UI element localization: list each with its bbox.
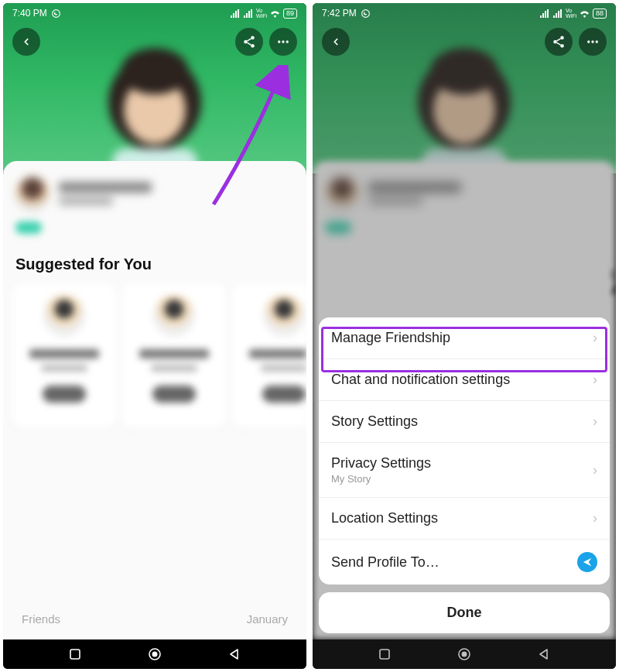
menu-item-label: Privacy Settings bbox=[331, 455, 431, 471]
menu-location-settings[interactable]: Location Settings › bbox=[319, 497, 610, 539]
svg-rect-11 bbox=[70, 650, 80, 659]
menu-item-label: Story Settings bbox=[331, 413, 418, 430]
more-icon bbox=[276, 35, 290, 49]
wifi-icon bbox=[269, 9, 281, 18]
signal-icon-1 bbox=[539, 9, 550, 18]
chevron-right-icon: › bbox=[593, 510, 597, 526]
whatsapp-icon bbox=[51, 9, 61, 19]
status-bar: 7:40 PM VoWiFi 89 bbox=[3, 3, 306, 23]
avatar bbox=[15, 177, 50, 211]
back-button[interactable] bbox=[322, 28, 350, 56]
chevron-right-icon: › bbox=[593, 372, 597, 388]
status-time: 7:42 PM bbox=[322, 8, 357, 19]
svg-point-7 bbox=[251, 44, 255, 48]
footer-left: Friends bbox=[22, 612, 60, 626]
profile-name-block bbox=[59, 182, 152, 205]
svg-point-24 bbox=[596, 40, 598, 43]
more-button[interactable] bbox=[579, 28, 607, 56]
android-nav-bar bbox=[3, 639, 306, 669]
menu-item-label: Chat and notification settings bbox=[331, 372, 510, 388]
svg-point-10 bbox=[286, 40, 289, 43]
nav-recent-icon[interactable] bbox=[69, 648, 81, 660]
svg-point-5 bbox=[251, 36, 255, 40]
menu-story-settings[interactable]: Story Settings › bbox=[319, 400, 610, 442]
menu-item-sublabel: My Story bbox=[331, 473, 431, 485]
nav-home-icon[interactable] bbox=[147, 646, 162, 662]
done-label: Done bbox=[447, 605, 482, 620]
action-sheet: Manage Friendship › Chat and notificatio… bbox=[319, 317, 610, 633]
menu-privacy-settings[interactable]: Privacy Settings My Story › bbox=[319, 442, 610, 497]
suggested-card[interactable] bbox=[122, 284, 226, 428]
svg-point-20 bbox=[553, 40, 557, 44]
suggested-list[interactable] bbox=[3, 279, 306, 439]
status-bar: 7:42 PM VoWiFi 88 bbox=[313, 3, 616, 23]
suggested-card[interactable] bbox=[232, 284, 306, 428]
share-icon bbox=[552, 35, 566, 49]
suggested-title: Suggested for You bbox=[3, 248, 306, 279]
nav-back-icon[interactable] bbox=[228, 648, 241, 660]
menu-send-profile-to[interactable]: Send Profile To… bbox=[319, 539, 610, 585]
top-bar bbox=[313, 26, 616, 57]
wifi-icon bbox=[579, 9, 590, 18]
menu-item-label: Manage Friendship bbox=[331, 330, 450, 346]
action-list: Manage Friendship › Chat and notificatio… bbox=[319, 317, 610, 585]
profile-info-row[interactable] bbox=[3, 170, 306, 217]
svg-point-22 bbox=[587, 40, 590, 43]
menu-chat-notification-settings[interactable]: Chat and notification settings › bbox=[319, 358, 610, 400]
signal-icon-1 bbox=[230, 9, 241, 18]
chevron-right-icon: › bbox=[593, 462, 597, 478]
menu-item-label: Send Profile To… bbox=[331, 554, 439, 571]
svg-point-21 bbox=[560, 44, 564, 48]
more-icon bbox=[586, 35, 600, 49]
footer-right: January bbox=[247, 612, 288, 626]
menu-item-label: Location Settings bbox=[331, 510, 438, 526]
share-button[interactable] bbox=[235, 28, 263, 56]
signal-icon-2 bbox=[243, 9, 254, 18]
signal-icon-2 bbox=[552, 9, 563, 18]
share-icon bbox=[242, 35, 256, 49]
menu-manage-friendship[interactable]: Manage Friendship › bbox=[319, 317, 610, 358]
svg-point-8 bbox=[278, 40, 280, 43]
svg-point-4 bbox=[52, 9, 60, 17]
chevron-right-icon: › bbox=[593, 330, 597, 346]
battery-indicator: 88 bbox=[593, 9, 607, 19]
svg-point-6 bbox=[244, 40, 248, 44]
battery-indicator: 89 bbox=[283, 9, 297, 19]
back-button[interactable] bbox=[12, 28, 40, 56]
vowifi-indicator: VoWiFi bbox=[256, 8, 267, 19]
top-bar bbox=[3, 26, 306, 57]
whatsapp-icon bbox=[361, 9, 371, 19]
badge-row bbox=[3, 217, 306, 248]
status-time: 7:40 PM bbox=[12, 8, 47, 19]
share-button[interactable] bbox=[545, 28, 573, 56]
svg-point-18 bbox=[361, 9, 369, 17]
profile-sheet: Suggested for You Friends January bbox=[3, 161, 306, 639]
svg-point-9 bbox=[282, 40, 284, 43]
more-button[interactable] bbox=[269, 28, 297, 56]
chevron-left-icon bbox=[21, 36, 32, 47]
footer-row: Friends January bbox=[3, 612, 306, 626]
send-icon bbox=[577, 552, 597, 572]
svg-point-23 bbox=[591, 40, 593, 43]
screenshot-left: 7:40 PM VoWiFi 89 bbox=[3, 3, 306, 669]
chevron-left-icon bbox=[330, 36, 341, 47]
chevron-right-icon: › bbox=[593, 413, 597, 430]
vowifi-indicator: VoWiFi bbox=[566, 8, 576, 19]
done-button[interactable]: Done bbox=[319, 592, 610, 633]
suggested-card[interactable] bbox=[12, 284, 116, 428]
svg-point-19 bbox=[560, 36, 564, 40]
svg-point-13 bbox=[152, 652, 158, 657]
screenshot-right: 7:42 PM VoWiFi 88 bbox=[313, 3, 616, 669]
